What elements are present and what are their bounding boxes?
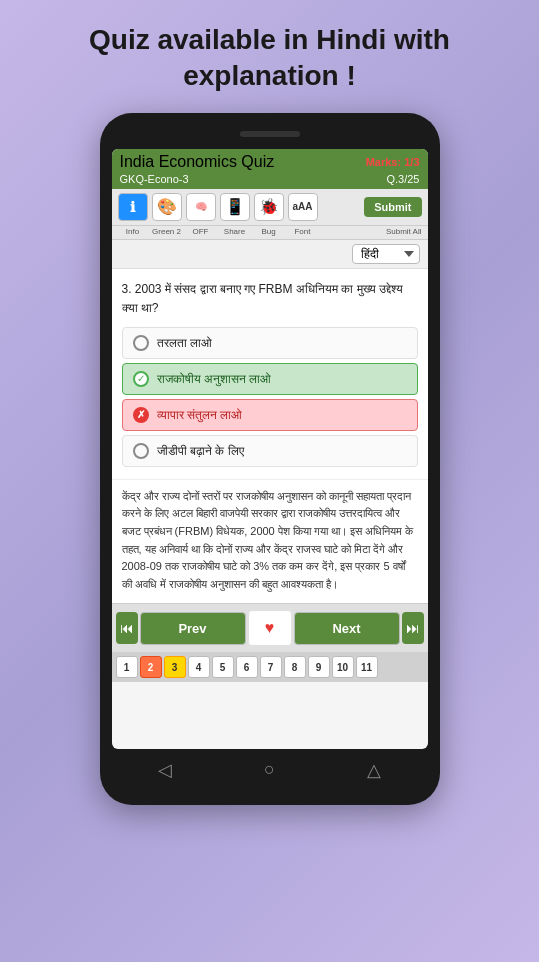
qnum-cell-9[interactable]: 9 xyxy=(308,656,330,678)
green2-button[interactable]: 🎨 xyxy=(152,193,182,221)
question-area: 3. 2003 में संसद द्वारा बनाए गए FRBM अधि… xyxy=(112,269,428,323)
quiz-marks: Marks: 1/3 xyxy=(366,156,420,168)
qnum-cell-7[interactable]: 7 xyxy=(260,656,282,678)
submit-button[interactable]: Submit xyxy=(364,197,421,217)
phone-speaker xyxy=(240,131,300,137)
question-text: 3. 2003 में संसद द्वारा बनाए गए FRBM अधि… xyxy=(122,282,403,315)
wrong-x-icon: ✗ xyxy=(137,409,145,420)
quiz-qnum: Q.3/25 xyxy=(386,173,419,185)
option-a-radio xyxy=(133,335,149,351)
option-a-label: तरलता लाओ xyxy=(157,336,212,350)
font-button[interactable]: aAA xyxy=(288,193,318,221)
share-button[interactable]: 📱 xyxy=(220,193,250,221)
heart-icon: ♥ xyxy=(265,619,275,636)
quiz-series: GKQ-Econo-3 xyxy=(120,173,189,185)
off-button[interactable]: 🧠 xyxy=(186,193,216,221)
qnum-cell-10[interactable]: 10 xyxy=(332,656,354,678)
label-font: Font xyxy=(288,227,318,236)
qnum-cell-2[interactable]: 2 xyxy=(140,656,162,678)
option-c-label: व्यापार संतुलन लाओ xyxy=(157,408,243,422)
bug-button[interactable]: 🐞 xyxy=(254,193,284,221)
quiz-title: India Economics Quiz xyxy=(120,153,275,171)
option-c[interactable]: ✗ व्यापार संतुलन लाओ xyxy=(122,399,418,431)
label-off: OFF xyxy=(186,227,216,236)
label-share: Share xyxy=(220,227,250,236)
qnum-cell-3[interactable]: 3 xyxy=(164,656,186,678)
qnum-cell-1[interactable]: 1 xyxy=(116,656,138,678)
next-label: Next xyxy=(332,621,360,636)
label-submit-all: Submit All xyxy=(386,227,422,236)
language-select[interactable]: हिंदी English xyxy=(352,244,420,264)
title-line1: Quiz available in Hindi with xyxy=(89,24,450,55)
skip-prev-icon: ⏮ xyxy=(120,620,134,636)
label-info: Info xyxy=(118,227,148,236)
option-d[interactable]: जीडीपी बढ़ाने के लिए xyxy=(122,435,418,467)
qnum-cell-5[interactable]: 5 xyxy=(212,656,234,678)
option-b[interactable]: ✓ राजकोषीय अनुशासन लाओ xyxy=(122,363,418,395)
skip-prev-button[interactable]: ⏮ xyxy=(116,612,138,644)
info-button[interactable]: ℹ xyxy=(118,193,148,221)
explanation-text: केंद्र और राज्य दोनों स्तरों पर राजकोषीय… xyxy=(122,490,414,590)
info-icon: ℹ xyxy=(130,199,135,215)
toolbar-labels: Info Green 2 OFF Share Bug Font Submit A… xyxy=(112,226,428,240)
bug-icon: 🐞 xyxy=(259,197,279,216)
phone-screen: India Economics Quiz Marks: 1/3 GKQ-Econ… xyxy=(112,149,428,749)
skip-next-icon: ⏭ xyxy=(406,620,420,636)
phone-home-icon[interactable]: ○ xyxy=(264,759,275,780)
phone-back-icon[interactable]: ◁ xyxy=(158,759,172,781)
option-c-radio: ✗ xyxy=(133,407,149,423)
option-b-label: राजकोषीय अनुशासन लाओ xyxy=(157,372,272,386)
bottom-nav: ⏮ Prev ♥ Next ⏭ xyxy=(112,603,428,652)
option-a[interactable]: तरलता लाओ xyxy=(122,327,418,359)
quiz-header: India Economics Quiz Marks: 1/3 xyxy=(112,149,428,173)
off-icon: 🧠 xyxy=(195,201,207,212)
toolbar: ℹ 🎨 🧠 📱 🐞 aAA Submit xyxy=(112,189,428,226)
qnum-cell-4[interactable]: 4 xyxy=(188,656,210,678)
green2-icon: 🎨 xyxy=(157,197,177,216)
title-line2: explanation ! xyxy=(183,60,356,91)
phone-recents-icon[interactable]: △ xyxy=(367,759,381,781)
options-area: तरलता लाओ ✓ राजकोषीय अनुशासन लाओ ✗ व्याप… xyxy=(112,323,428,479)
quiz-sub-header: GKQ-Econo-3 Q.3/25 xyxy=(112,173,428,189)
page-title-area: Quiz available in Hindi with explanation… xyxy=(59,0,480,113)
next-button[interactable]: Next xyxy=(294,612,400,645)
prev-button[interactable]: Prev xyxy=(140,612,246,645)
phone-nav-bar: ◁ ○ △ xyxy=(112,749,428,787)
correct-check-icon: ✓ xyxy=(137,373,145,384)
option-b-radio: ✓ xyxy=(133,371,149,387)
qnum-cell-8[interactable]: 8 xyxy=(284,656,306,678)
option-d-label: जीडीपी बढ़ाने के लिए xyxy=(157,444,244,458)
qnum-bar: 1234567891011 xyxy=(112,652,428,682)
skip-next-button[interactable]: ⏭ xyxy=(402,612,424,644)
explanation-area: केंद्र और राज्य दोनों स्तरों पर राजकोषीय… xyxy=(112,479,428,604)
prev-label: Prev xyxy=(178,621,206,636)
heart-button[interactable]: ♥ xyxy=(248,610,292,646)
font-icon: aAA xyxy=(292,201,312,212)
qnum-cell-6[interactable]: 6 xyxy=(236,656,258,678)
share-icon: 📱 xyxy=(225,197,245,216)
option-d-radio xyxy=(133,443,149,459)
phone-outer: India Economics Quiz Marks: 1/3 GKQ-Econ… xyxy=(100,113,440,805)
label-green2: Green 2 xyxy=(152,227,182,236)
lang-select-row: हिंदी English xyxy=(112,240,428,269)
label-bug: Bug xyxy=(254,227,284,236)
qnum-cell-11[interactable]: 11 xyxy=(356,656,378,678)
